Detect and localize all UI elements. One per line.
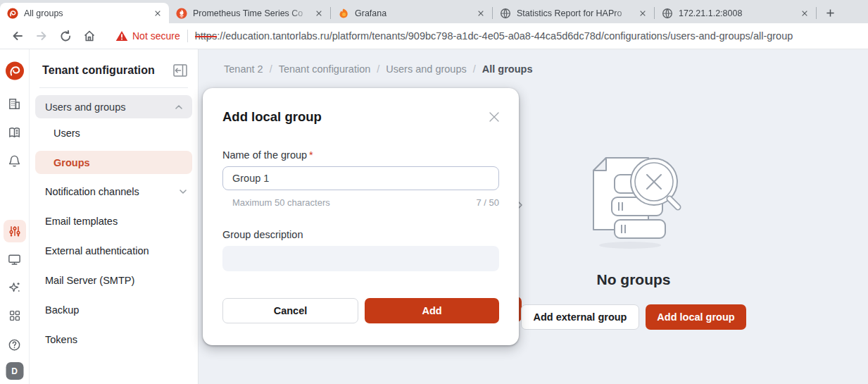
name-field-label-text: Name of the group (222, 149, 307, 161)
breadcrumb-item[interactable]: Tenant 2 (224, 63, 263, 75)
globe-favicon-icon (662, 8, 673, 19)
sidebar-item-label: Tokens (45, 334, 77, 345)
home-icon[interactable] (82, 28, 97, 44)
sidebar: Tenant configuration Users and groups Us… (30, 49, 199, 384)
tab-close-icon[interactable] (799, 8, 810, 19)
breadcrumb-separator: / (270, 63, 272, 75)
globe-favicon-icon (500, 8, 511, 19)
url-divider (187, 30, 188, 42)
breadcrumb: Tenant 2 / Tenant configuration / Users … (224, 63, 532, 75)
collapse-sidebar-icon[interactable] (172, 63, 188, 78)
cancel-button[interactable]: Cancel (222, 298, 358, 323)
tab-label: Statistics Report for HAPro (517, 8, 634, 18)
prometheus-favicon-icon (176, 8, 187, 19)
sidebar-item-groups[interactable]: Groups (35, 151, 192, 174)
sidebar-item-notification-channels[interactable]: Notification channels (30, 177, 198, 206)
sidebar-item-label: External authentication (45, 245, 149, 256)
tab-close-icon[interactable] (152, 8, 163, 19)
description-field-label: Group description (222, 229, 303, 240)
sidebar-header: Tenant configuration (30, 49, 198, 87)
no-groups-illustration (581, 148, 686, 250)
sidebar-item-email-templates[interactable]: Email templates (30, 206, 198, 236)
sidebar-item-external-authentication[interactable]: External authentication (30, 236, 198, 266)
grafana-favicon-icon (338, 8, 349, 19)
chevron-up-icon (174, 102, 184, 112)
tab-grafana[interactable]: Grafana (331, 3, 492, 23)
icon-rail: D (0, 49, 30, 384)
documentation-icon[interactable] (6, 124, 23, 141)
apps-grid-icon[interactable] (6, 307, 23, 324)
url-scheme: https (195, 30, 217, 42)
tenant-configuration-sliders-icon[interactable] (4, 220, 26, 242)
sidebar-title: Tenant configuration (42, 64, 155, 77)
sidebar-item-tokens[interactable]: Tokens (30, 325, 198, 354)
sidebar-item-label: Backup (45, 304, 79, 316)
url-text: ://education.tantorlabs.ru/platform/tena… (217, 30, 793, 42)
tab-prometheus[interactable]: Prometheus Time Series Co (169, 3, 330, 23)
sidebar-item-label: Users (54, 128, 80, 139)
forward-icon[interactable] (34, 28, 49, 44)
sidebar-item-users[interactable]: Users (30, 118, 198, 148)
platform-favicon-icon (7, 8, 18, 19)
sidebar-item-label: Notification channels (45, 186, 139, 197)
main-content: Tenant 2 / Tenant configuration / Users … (199, 49, 868, 384)
back-icon[interactable] (10, 28, 25, 44)
max-characters-hint: Maximum 50 characters (232, 197, 330, 208)
add-local-group-button[interactable]: Add local group (646, 304, 746, 330)
notifications-bell-icon[interactable] (6, 152, 23, 169)
add-button[interactable]: Add (365, 298, 499, 323)
reload-icon[interactable] (58, 28, 73, 44)
sidebar-item-label: Groups (54, 157, 90, 168)
platform-logo-icon[interactable] (5, 61, 24, 80)
help-icon[interactable] (6, 336, 23, 353)
monitor-icon[interactable] (6, 251, 23, 268)
empty-state-buttons: Add external group Add local group (521, 304, 746, 330)
tab-close-icon[interactable] (637, 8, 648, 19)
modal-close-icon[interactable] (488, 111, 501, 123)
sidebar-item-mail-server-smtp[interactable]: Mail Server (SMTP) (30, 266, 198, 295)
breadcrumb-item[interactable]: Users and groups (386, 63, 466, 75)
add-external-group-button[interactable]: Add external group (521, 304, 639, 330)
sidebar-item-users-and-groups[interactable]: Users and groups (35, 95, 192, 118)
browser-tab-bar: All groups Prometheus Time Series Co Gra… (0, 0, 868, 23)
browser-toolbar: Not secure https://education.tantorlabs.… (0, 23, 868, 49)
required-asterisk: * (309, 149, 313, 161)
sidebar-item-label: Email templates (45, 216, 118, 227)
sidebar-divider (39, 87, 188, 88)
app-shell: D Tenant configuration Users and groups … (0, 49, 868, 384)
add-local-group-modal: Add local group Name of the group* Maxim… (203, 88, 519, 345)
tab-close-icon[interactable] (313, 8, 325, 19)
tab-label: Prometheus Time Series Co (193, 8, 310, 18)
sidebar-item-backup[interactable]: Backup (30, 295, 198, 325)
modal-title: Add local group (222, 109, 322, 125)
breadcrumb-item-current: All groups (482, 63, 533, 75)
character-counter: 7 / 50 (476, 197, 499, 208)
sidebar-item-label: Mail Server (SMTP) (45, 275, 134, 286)
tab-close-icon[interactable] (475, 8, 486, 19)
group-name-input[interactable] (222, 166, 499, 190)
empty-state: No groups Add external group Add local g… (521, 148, 746, 330)
breadcrumb-item[interactable]: Tenant configuration (279, 63, 371, 75)
breadcrumb-separator: / (473, 63, 476, 75)
warning-triangle-icon[interactable] (115, 30, 128, 42)
not-secure-label: Not secure (132, 30, 180, 42)
tab-separator (816, 7, 817, 19)
tab-label: 172.21.1.2:8008 (679, 8, 796, 18)
sparkles-icon[interactable] (6, 279, 23, 296)
sidebar-item-label: Users and groups (45, 101, 125, 113)
user-avatar[interactable]: D (6, 362, 23, 380)
tab-ip-address[interactable]: 172.21.1.2:8008 (655, 3, 816, 23)
modal-buttons: Cancel Add (222, 298, 499, 323)
tab-statistics-report[interactable]: Statistics Report for HAPro (493, 3, 654, 23)
empty-state-title: No groups (521, 271, 746, 288)
address-bar[interactable]: https://education.tantorlabs.ru/platform… (195, 30, 868, 42)
chevron-down-icon (178, 187, 188, 197)
tab-all-groups[interactable]: All groups (0, 3, 169, 23)
name-field-hint-row: Maximum 50 characters 7 / 50 (232, 197, 499, 208)
new-tab-button[interactable] (821, 4, 839, 22)
group-description-input[interactable] (222, 246, 499, 271)
tab-label: Grafana (355, 8, 472, 18)
organization-icon[interactable] (6, 95, 23, 112)
breadcrumb-separator: / (377, 63, 379, 75)
name-field-label: Name of the group* (222, 149, 313, 161)
